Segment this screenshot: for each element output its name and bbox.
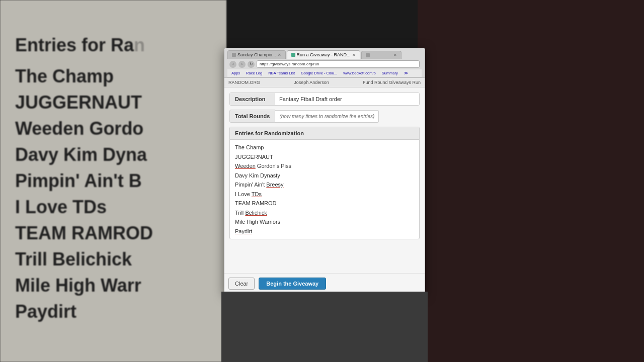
browser-addressbar: ‹ › ↻ https://giveaways.random.org/run — [227, 59, 422, 69]
bg-entry-8: Trill Belichick — [15, 249, 216, 270]
bg-entry-5: Pimpin' Ain't B — [15, 170, 216, 192]
reload-button[interactable]: ↻ — [248, 61, 255, 68]
bg-entry-9: Mile High Warr — [15, 275, 216, 296]
tab-random[interactable]: Run a Giveaway - RAND... ✕ — [287, 50, 360, 59]
bookmark-nba[interactable]: NBA Teams List — [266, 70, 297, 76]
entry-7: TEAM RAMROD — [235, 199, 414, 208]
bookmarks-bar: Apps Race Log NBA Teams List Google Driv… — [227, 69, 422, 77]
bg-entry-3: Weeden Gordo — [15, 118, 216, 139]
bookmark-more[interactable]: ≫ — [402, 70, 410, 76]
tab-label-2: Run a Giveaway - RAND... — [297, 52, 351, 57]
entry-8-underline: Belichick — [245, 210, 267, 216]
tab-close-1[interactable]: ✕ — [278, 53, 281, 57]
background-right-panel — [418, 0, 644, 362]
browser-window: Sunday Champio... ✕ Run a Giveaway - RAN… — [224, 48, 425, 294]
entry-3-underline: Weeden — [235, 163, 256, 169]
total-rounds-row: Total Rounds (how many times to randomiz… — [229, 110, 420, 123]
bookmark-apps[interactable]: Apps — [229, 70, 242, 76]
bg-entry-7: TEAM RAMROD — [15, 223, 216, 244]
bookmark-drive[interactable]: Google Drive - Clou... — [299, 70, 339, 76]
site-header: RANDOM.ORG Joseph Anderson Fund Round Gi… — [224, 78, 425, 87]
forward-button[interactable]: › — [238, 61, 246, 68]
background-left-panel: Entries for Ran The Champ JUGGERNAUT Wee… — [0, 0, 226, 362]
entry-10: Paydirt — [235, 227, 414, 236]
bg-entry-2: JUGGERNAUT — [15, 92, 216, 113]
site-name: RANDOM.ORG — [228, 80, 260, 85]
entry-10-underline: Paydirt — [235, 228, 252, 234]
entry-8: Trill Belichick — [235, 208, 414, 218]
bg-title: Entries for Ran — [15, 35, 216, 56]
browser-chrome: Sunday Champio... ✕ Run a Giveaway - RAN… — [224, 48, 425, 78]
site-nav: Fund Round Giveaways Run — [363, 80, 421, 85]
entries-section: Entries for Randomization The Champ JUGG… — [229, 127, 420, 239]
tab-close-3[interactable]: ✕ — [393, 53, 397, 57]
description-input[interactable] — [275, 93, 419, 105]
bg-entry-1: The Champ — [15, 66, 216, 87]
clear-button[interactable]: Clear — [228, 278, 255, 290]
entries-header: Entries for Randomization — [230, 127, 419, 140]
bg-entry-10: Paydirt — [15, 301, 216, 322]
back-button[interactable]: ‹ — [229, 61, 236, 68]
description-row: Description — [229, 93, 420, 106]
address-bar[interactable]: https://giveaways.random.org/run — [257, 60, 420, 68]
entry-9: Mile High Warriors — [235, 217, 414, 227]
tab-extra[interactable]: ✕ — [361, 51, 401, 59]
tab-favicon-3 — [366, 53, 370, 57]
tab-favicon-2 — [291, 53, 295, 57]
total-rounds-hint: (how many times to randomize the entries… — [275, 110, 379, 123]
begin-giveaway-button[interactable]: Begin the Giveaway — [259, 278, 326, 290]
entry-5: Pimpin' Ain't Breesy — [235, 180, 414, 190]
entry-3: Weeden Gordon's Piss — [235, 161, 414, 171]
browser-content: Description Total Rounds (how many times… — [224, 87, 425, 273]
entry-1: The Champ — [235, 143, 414, 152]
tab-close-2[interactable]: ✕ — [352, 53, 356, 57]
browser-tabs: Sunday Champio... ✕ Run a Giveaway - RAN… — [227, 50, 422, 59]
site-user: Joseph Anderson — [294, 80, 329, 85]
total-rounds-label: Total Rounds — [229, 110, 275, 123]
bg-entry-4: Davy Kim Dyna — [15, 144, 216, 165]
entry-4: Davy Kim Dynasty — [235, 171, 414, 180]
tab-sunday[interactable]: Sunday Champio... ✕ — [227, 50, 286, 59]
tab-favicon-1 — [232, 53, 236, 57]
entries-list: The Champ JUGGERNAUT Weeden Gordon's Pis… — [230, 140, 419, 239]
entry-6-underline: TDs — [252, 191, 262, 197]
entry-5-underline: Breesy — [266, 182, 283, 188]
tab-label-1: Sunday Champio... — [237, 52, 276, 57]
entry-2: JUGGERNAUT — [235, 152, 414, 162]
bookmark-summary[interactable]: Summary — [380, 70, 400, 76]
bookmark-racelog[interactable]: Race Log — [244, 70, 264, 76]
description-label: Description — [230, 93, 275, 105]
button-row: Clear Begin the Giveaway — [224, 273, 425, 294]
bookmark-beckett[interactable]: www.beckett.com/b — [341, 70, 378, 76]
desk-area — [221, 292, 428, 362]
entry-6: I Love TDs — [235, 190, 414, 199]
bg-entry-6: I Love TDs — [15, 197, 216, 218]
address-text: https://giveaways.random.org/run — [260, 62, 319, 66]
